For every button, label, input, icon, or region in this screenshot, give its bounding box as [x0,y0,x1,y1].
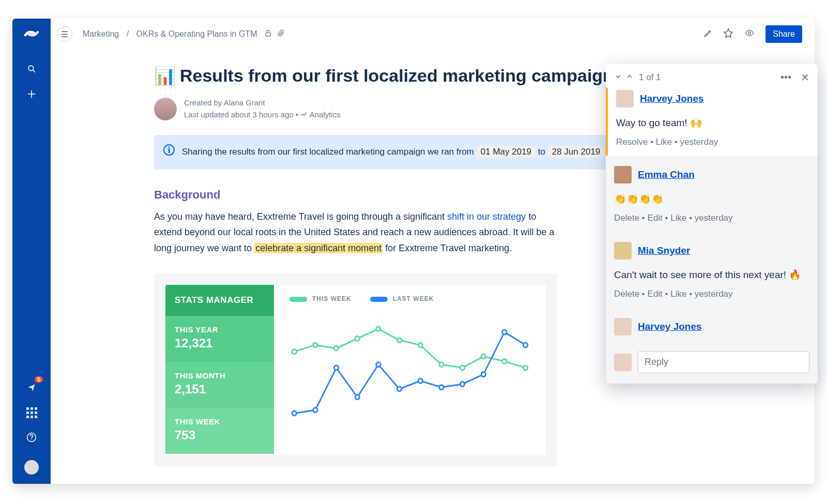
commenter-avatar[interactable] [614,318,632,335]
edit-action[interactable]: Edit [648,289,663,299]
comment-item: Mia Snyder Can't wait to see more of thi… [606,232,818,308]
comment-body: Can't wait to see more of this next year… [614,269,809,281]
star-icon[interactable] [723,28,733,40]
svg-point-21 [355,395,359,400]
commenter-name[interactable]: Harvey Jones [638,321,702,332]
comment-actions: Delete • Edit • Like • yesterday [614,213,809,223]
comment-time: yesterday [695,289,733,299]
svg-point-13 [439,362,443,367]
comment-actions: Delete • Edit • Like • yesterday [614,289,809,299]
share-button[interactable]: Share [765,25,802,43]
profile-avatar[interactable] [24,460,39,475]
comment-next-icon[interactable] [614,72,622,83]
stats-row-week: THIS WEEK 753 [165,408,274,454]
delete-action[interactable]: Delete [614,289,639,299]
strategy-link[interactable]: shift in our strategy [447,211,526,222]
breadcrumb-space[interactable]: Marketing [83,29,119,38]
comment-actions: Resolve • Like • yesterday [616,137,809,147]
body-paragraph: As you may have heard, Exxtreme Travel i… [154,209,557,256]
comment-more-icon[interactable]: ••• [780,71,791,84]
notification-badge: 5 [35,376,43,383]
watch-icon[interactable] [744,28,755,40]
comment-item: Emma Chan 👏👏👏👏 Delete • Edit • Like • ye… [606,156,818,232]
svg-point-20 [334,365,338,370]
svg-point-3 [31,439,32,440]
attachments-icon[interactable] [278,29,285,39]
svg-rect-4 [266,33,271,36]
comment-time: yesterday [680,137,718,147]
app-switcher-icon[interactable] [23,404,40,421]
commenter-name[interactable]: Mia Snyder [638,245,690,256]
svg-point-0 [28,66,34,71]
comment-count: 1 of 1 [639,72,661,83]
edit-action[interactable]: Edit [648,213,663,223]
svg-point-15 [481,354,485,359]
author-line: Created by Alana Grant [184,97,341,109]
global-nav-rail: ＋ 5 [12,19,51,484]
comments-panel: 1 of 1 ••• ✕ Harvey Jones Way to go team… [606,64,818,384]
analytics-link[interactable]: Analytics [310,110,341,119]
date-chip-start: 01 May 2019 [477,146,535,158]
date-chip-end: 28 Jun 2019 [548,146,605,158]
sidebar-toggle-icon[interactable]: ☰ [57,26,72,42]
commenter-name[interactable]: Emma Chan [638,169,695,180]
stats-row-year: THIS YEAR 12,321 [165,316,274,362]
breadcrumb: Marketing / OKRs & Operating Plans in GT… [83,29,257,39]
like-action[interactable]: Like [670,213,686,223]
comment-prev-icon[interactable] [625,72,634,83]
reply-avatar[interactable] [614,354,632,371]
svg-point-24 [418,379,422,384]
resolve-action[interactable]: Resolve [616,137,648,147]
analytics-icon [300,110,309,119]
highlighted-text: celebrate a significant moment [254,243,382,253]
chart-legend: THIS WEEK LAST WEEK [289,295,530,302]
edit-icon[interactable] [703,28,713,40]
delete-action[interactable]: Delete [614,213,639,223]
svg-point-12 [418,343,422,347]
commenter-avatar[interactable] [614,166,632,184]
svg-point-5 [748,32,751,35]
svg-point-7 [313,343,317,347]
svg-point-17 [523,365,527,370]
help-icon[interactable] [23,429,40,446]
svg-point-9 [355,337,359,341]
svg-point-8 [334,346,338,351]
info-icon: i [163,144,175,156]
svg-point-23 [397,387,401,391]
notifications-icon[interactable]: 5 [23,379,40,396]
svg-point-16 [502,359,507,364]
commenter-name[interactable]: Harvey Jones [640,93,704,104]
like-action[interactable]: Like [656,137,672,147]
svg-point-22 [376,362,380,367]
svg-point-10 [376,327,380,331]
commenter-avatar[interactable] [616,90,634,108]
svg-point-26 [460,382,464,387]
title-emoji: 📊 [154,65,176,86]
reply-block: Harvey Jones [606,308,818,344]
stats-header: STATS MANAGER [165,285,274,316]
create-icon[interactable]: ＋ [23,85,40,102]
svg-point-11 [397,338,401,343]
author-avatar[interactable] [154,98,177,120]
reply-input[interactable] [638,351,809,373]
svg-line-1 [33,70,35,72]
comment-body: 👏👏👏👏 [614,193,809,205]
comment-item: Harvey Jones Way to go team! 🙌 Resolve •… [606,88,818,156]
comment-body: Way to go team! 🙌 [616,117,809,129]
restrictions-icon[interactable] [264,29,272,39]
comment-close-icon[interactable]: ✕ [801,71,809,84]
svg-point-28 [502,330,507,334]
svg-point-25 [439,385,443,390]
comment-time: yesterday [695,213,733,223]
svg-point-6 [292,349,296,354]
svg-point-19 [313,408,317,413]
stats-row-month: THIS MONTH 2,151 [165,362,274,408]
svg-point-18 [292,411,296,416]
like-action[interactable]: Like [670,289,686,299]
search-icon[interactable] [23,60,40,77]
top-bar: ☰ Marketing / OKRs & Operating Plans in … [51,19,815,50]
confluence-logo-icon[interactable] [24,26,39,45]
breadcrumb-parent[interactable]: OKRs & Operating Plans in GTM [136,29,257,38]
svg-point-14 [460,365,464,370]
commenter-avatar[interactable] [614,242,632,259]
